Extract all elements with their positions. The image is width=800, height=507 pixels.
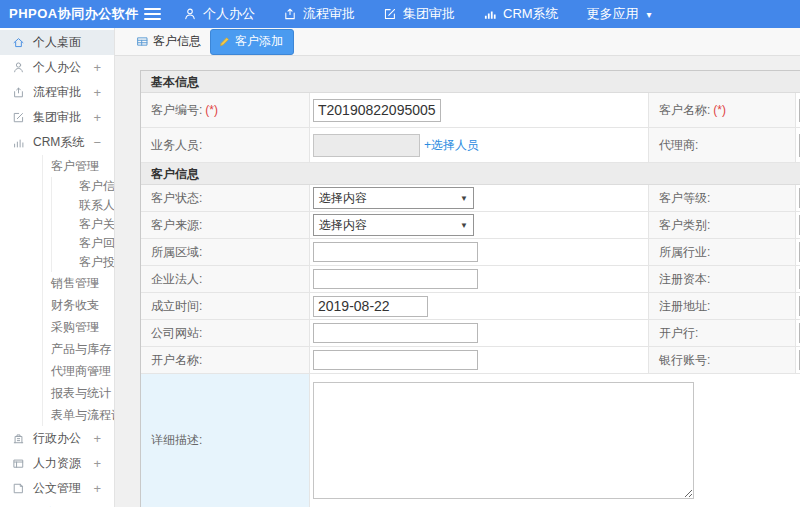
sidebar-item-group-approval[interactable]: 集团审批+ xyxy=(0,105,114,130)
legal-person-input[interactable] xyxy=(313,269,478,289)
sales-person-link[interactable]: +选择人员 xyxy=(424,137,479,154)
sidebar-item-personal-office[interactable]: 个人办公+ xyxy=(0,55,114,80)
sidebar-item-label: 客户投诉 xyxy=(79,254,115,271)
topbar: PHPOA协同办公软件 个人办公流程审批集团审批CRM系统更多应用▾ xyxy=(0,0,800,28)
detail-description-textarea[interactable] xyxy=(313,382,694,499)
topbar-item-label: 集团审批 xyxy=(403,5,455,23)
tab-customer-info[interactable]: 客户信息 xyxy=(136,33,201,50)
expand-icon[interactable]: + xyxy=(93,61,101,74)
expand-icon[interactable]: + xyxy=(93,432,101,445)
form-row: 详细描述: xyxy=(141,374,800,507)
field-label-cell: 注册地址: xyxy=(648,293,796,319)
account-name-input[interactable] xyxy=(313,350,478,370)
sidebar-item-finance[interactable]: 财务收支+ xyxy=(43,294,114,316)
building-icon xyxy=(12,432,25,445)
field-label-cell: 银行账号: xyxy=(648,347,796,373)
sidebar-item-label: 客户信息 xyxy=(79,178,115,195)
founded-date-input[interactable] xyxy=(313,296,428,317)
sidebar-item-customer-visit[interactable]: 客户回访 xyxy=(52,234,114,253)
expand-icon[interactable]: + xyxy=(91,277,99,290)
topbar-menu: 个人办公流程审批集团审批CRM系统更多应用▾ xyxy=(183,5,680,23)
required-mark: (*) xyxy=(713,103,726,117)
topbar-item-personal-office[interactable]: 个人办公 xyxy=(183,5,255,23)
section-header: 客户信息 xyxy=(141,163,800,185)
field-input-cell xyxy=(796,239,800,265)
region-input[interactable] xyxy=(313,242,478,262)
sidebar-item-personal-desktop[interactable]: 个人桌面 xyxy=(0,30,114,55)
company-website-input[interactable] xyxy=(313,323,478,343)
expand-icon[interactable]: + xyxy=(91,409,99,422)
expand-icon[interactable]: + xyxy=(93,457,101,470)
tab-customer-add[interactable]: 客户添加 xyxy=(210,29,294,55)
sidebar-item-product-inventory[interactable]: 产品与库存+ xyxy=(43,338,114,360)
sidebar-item-customer-care[interactable]: 客户关怀 xyxy=(52,215,114,234)
tab-bar: 客户信息 客户添加 xyxy=(115,28,800,56)
topbar-item-label: 个人办公 xyxy=(203,5,255,23)
field-input-cell xyxy=(310,320,648,346)
field-input-cell xyxy=(796,185,800,211)
field-input-cell xyxy=(310,266,648,292)
edit-icon xyxy=(383,7,397,21)
sidebar-item-customer-info[interactable]: 客户信息 xyxy=(52,177,114,196)
field-input-cell: +选择人员 xyxy=(310,128,648,162)
expand-icon[interactable]: + xyxy=(93,482,101,495)
form-content: 基本信息客户编号:(*)客户名称:(*)业务人员:+选择人员代理商:客户信息客户… xyxy=(115,56,800,507)
expand-icon[interactable]: + xyxy=(91,321,99,334)
sidebar-item-label: 产品与库存 xyxy=(51,341,111,358)
user-icon xyxy=(183,7,197,21)
field-input-cell xyxy=(796,212,800,238)
field-label-cell: 客户名称:(*) xyxy=(648,93,796,127)
hamburger-menu-icon[interactable] xyxy=(144,8,161,20)
sidebar-item-human-resources[interactable]: 人力资源+ xyxy=(0,451,114,476)
expand-icon[interactable]: + xyxy=(91,365,99,378)
sidebar-item-customer-complaint[interactable]: 客户投诉 xyxy=(52,253,114,272)
field-label-cell: 代理商: xyxy=(648,128,796,162)
field-label: 所属区域: xyxy=(151,244,202,261)
topbar-item-workflow-approval[interactable]: 流程审批 xyxy=(283,5,355,23)
sidebar-item-form-workflow-settings[interactable]: 表单与流程设置+ xyxy=(43,404,114,426)
form-row: 企业法人:注册资本: xyxy=(141,266,800,293)
sidebar-item-agent-management[interactable]: 代理商管理+ xyxy=(43,360,114,382)
expand-icon[interactable]: + xyxy=(93,111,101,124)
sidebar-item-admin-office[interactable]: 行政办公+ xyxy=(0,426,114,451)
customer-status-select[interactable]: 选择内容▼ xyxy=(313,187,474,209)
sidebar-item-document-management[interactable]: 公文管理+ xyxy=(0,476,114,501)
sidebar-item-workflow-approval[interactable]: 流程审批+ xyxy=(0,80,114,105)
tab-label: 客户信息 xyxy=(153,33,201,50)
expand-icon[interactable]: + xyxy=(91,343,99,356)
field-label: 注册地址: xyxy=(659,298,710,315)
field-label: 所属行业: xyxy=(659,244,710,261)
customer-code-input[interactable] xyxy=(313,99,441,122)
home-icon xyxy=(12,36,25,49)
field-input-cell: 选择内容▼ xyxy=(310,185,648,211)
sidebar-item-reports-statistics[interactable]: 报表与统计 xyxy=(43,382,114,404)
sidebar-item-label: 个人桌面 xyxy=(33,34,81,51)
sidebar-item-label: 流程审批 xyxy=(33,84,81,101)
sidebar-item-crm-system[interactable]: CRM系统− xyxy=(0,130,114,155)
sidebar-item-sales-management[interactable]: 销售管理+ xyxy=(43,272,114,294)
field-label: 银行账号: xyxy=(659,352,710,369)
sidebar-item-customer-management[interactable]: 客户管理− xyxy=(43,155,114,177)
add-customer-icon xyxy=(218,35,231,48)
field-label: 开户行: xyxy=(659,325,698,342)
sidebar-item-contacts[interactable]: 联系人 xyxy=(52,196,114,215)
topbar-item-more-apps[interactable]: 更多应用▾ xyxy=(587,5,652,23)
form-row: 客户来源:选择内容▼客户类别: xyxy=(141,212,800,239)
collapse-icon[interactable]: − xyxy=(93,136,101,149)
sidebar-item-purchase-management[interactable]: 采购管理+ xyxy=(43,316,114,338)
field-input-cell xyxy=(796,93,800,127)
customer-source-select[interactable]: 选择内容▼ xyxy=(313,214,474,236)
sidebar-item-vehicle-management[interactable]: 用车管理+ xyxy=(0,501,114,507)
edit-icon xyxy=(12,111,25,124)
collapse-icon[interactable]: − xyxy=(91,160,99,173)
sales-person-input[interactable] xyxy=(313,134,420,157)
expand-icon[interactable]: + xyxy=(91,299,99,312)
sidebar-item-label: 公文管理 xyxy=(33,480,81,497)
customer-form: 基本信息客户编号:(*)客户名称:(*)业务人员:+选择人员代理商:客户信息客户… xyxy=(140,70,800,507)
field-label-cell: 企业法人: xyxy=(141,266,310,292)
sidebar-item-label: 客户关怀 xyxy=(79,216,115,233)
flow-icon xyxy=(283,7,297,21)
expand-icon[interactable]: + xyxy=(93,86,101,99)
topbar-item-crm-system[interactable]: CRM系统 xyxy=(483,5,559,23)
topbar-item-group-approval[interactable]: 集团审批 xyxy=(383,5,455,23)
